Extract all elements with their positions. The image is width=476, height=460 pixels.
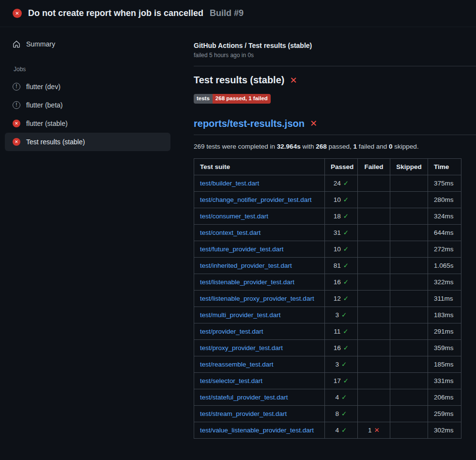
suite-link[interactable]: test/future_provider_test.dart bbox=[200, 245, 284, 253]
count-value: 17 bbox=[334, 377, 341, 384]
suite-link[interactable]: test/context_test.dart bbox=[200, 229, 261, 236]
suite-link[interactable]: test/provider_test.dart bbox=[200, 328, 263, 335]
suite-link[interactable]: test/reassemble_test.dart bbox=[200, 361, 274, 368]
failed-status-icon: ✕ bbox=[13, 120, 20, 127]
suite-link[interactable]: test/stream_provider_test.dart bbox=[200, 410, 287, 417]
check-icon: ✓ bbox=[343, 262, 349, 269]
suite-cell: test/selector_test.dart bbox=[194, 372, 325, 389]
main-content: GitHub Actions / Test results (stable) f… bbox=[181, 27, 476, 439]
build-failed-status-icon: ✕ bbox=[13, 9, 22, 18]
sidebar-item-label: Test results (stable) bbox=[26, 138, 85, 146]
suite-link[interactable]: test/inherited_provider_test.dart bbox=[200, 262, 292, 269]
column-header-time: Time bbox=[428, 158, 461, 175]
count-value: 3 bbox=[336, 361, 339, 368]
check-icon: ✓ bbox=[343, 344, 349, 352]
check-icon: ✓ bbox=[343, 245, 349, 253]
build-number: Build #9 bbox=[210, 8, 244, 18]
sidebar-item-flutter-stable[interactable]: ✕ flutter (stable) bbox=[5, 114, 170, 133]
section-title-text: Test results (stable) bbox=[194, 75, 284, 86]
time-cell: 375ms bbox=[428, 175, 461, 191]
suite-link[interactable]: test/value_listenable_provider_test.dart bbox=[200, 427, 314, 434]
exclamation-glyph: ! bbox=[15, 84, 17, 89]
suite-link[interactable]: test/consumer_test.dart bbox=[200, 213, 268, 220]
x-glyph: ✕ bbox=[15, 122, 18, 126]
table-header-row: Test suite Passed Failed Skipped Time bbox=[194, 158, 461, 175]
skipped-cell bbox=[390, 290, 428, 307]
count-value: 11 bbox=[334, 328, 340, 335]
count-value: 4 bbox=[336, 394, 339, 401]
sidebar-item-flutter-dev[interactable]: ! flutter (dev) bbox=[5, 77, 170, 96]
table-row: test/proxy_provider_test.dart 16✓ 359ms bbox=[194, 339, 461, 356]
sidebar-item-summary[interactable]: Summary bbox=[5, 35, 170, 53]
suite-link[interactable]: test/stateful_provider_test.dart bbox=[200, 394, 288, 401]
column-header-failed: Failed bbox=[358, 158, 390, 175]
results-table-body: test/builder_test.dart 24✓ 375ms test/ch… bbox=[194, 175, 461, 438]
skipped-cell bbox=[390, 274, 428, 290]
failed-status-icon: ✕ bbox=[13, 138, 20, 146]
failed-cell bbox=[358, 323, 390, 339]
neutral-status-icon: ! bbox=[13, 101, 20, 109]
table-row: test/consumer_test.dart 18✓ 324ms bbox=[194, 208, 461, 224]
suite-link[interactable]: test/change_notifier_provider_test.dart bbox=[200, 196, 311, 203]
suite-cell: test/listenable_provider_test.dart bbox=[194, 274, 325, 290]
suite-link[interactable]: test/proxy_provider_test.dart bbox=[200, 344, 283, 352]
time-cell: 331ms bbox=[428, 372, 461, 389]
failed-x-icon: ✕ bbox=[310, 119, 317, 128]
time-cell: 302ms bbox=[428, 422, 461, 438]
check-icon: ✓ bbox=[343, 213, 349, 220]
suite-cell: test/value_listenable_provider_test.dart bbox=[194, 422, 325, 438]
table-row: test/multi_provider_test.dart 3✓ 183ms bbox=[194, 307, 461, 323]
suite-link[interactable]: test/selector_test.dart bbox=[200, 377, 262, 384]
passed-cell: 3✓ bbox=[325, 356, 358, 372]
count-value: 16 bbox=[334, 278, 341, 286]
suite-link[interactable]: test/multi_provider_test.dart bbox=[200, 311, 281, 319]
column-header-passed: Passed bbox=[325, 158, 358, 175]
table-row: test/change_notifier_provider_test.dart … bbox=[194, 191, 461, 208]
suite-link[interactable]: test/listenable_proxy_provider_test.dart bbox=[200, 295, 314, 302]
neutral-status-icon: ! bbox=[13, 83, 20, 91]
failed-cell bbox=[358, 208, 390, 224]
count-value: 4 bbox=[336, 427, 339, 434]
skipped-cell bbox=[390, 191, 428, 208]
time-cell: 272ms bbox=[428, 241, 461, 257]
count-value: 31 bbox=[334, 229, 341, 236]
time-cell: 291ms bbox=[428, 323, 461, 339]
suite-cell: test/context_test.dart bbox=[194, 224, 325, 241]
passed-cell: 4✓ bbox=[325, 422, 358, 438]
check-icon: ✓ bbox=[343, 328, 348, 335]
count-value: 10 bbox=[334, 196, 341, 203]
table-row: test/value_listenable_provider_test.dart… bbox=[194, 422, 461, 438]
failed-cell bbox=[358, 290, 390, 307]
build-header: ✕ Do not create report when job is cance… bbox=[0, 0, 476, 27]
skipped-cell bbox=[390, 405, 428, 422]
skipped-cell bbox=[390, 372, 428, 389]
check-icon: ✓ bbox=[341, 361, 347, 368]
page: ✕ Do not create report when job is cance… bbox=[0, 0, 476, 460]
table-row: test/reassemble_test.dart 3✓ 185ms bbox=[194, 356, 461, 372]
skipped-cell bbox=[390, 339, 428, 356]
count-value: 8 bbox=[336, 410, 339, 417]
x-glyph: ✕ bbox=[15, 140, 18, 144]
skipped-cell bbox=[390, 257, 428, 274]
suite-link[interactable]: test/builder_test.dart bbox=[200, 180, 259, 187]
sidebar: Summary Jobs ! flutter (dev) ! flutter (… bbox=[0, 27, 181, 151]
sidebar-item-test-results-stable[interactable]: ✕ Test results (stable) bbox=[5, 133, 170, 151]
time-cell: 311ms bbox=[428, 290, 461, 307]
suite-link[interactable]: test/listenable_provider_test.dart bbox=[200, 278, 294, 286]
table-row: test/stream_provider_test.dart 8✓ 259ms bbox=[194, 405, 461, 422]
time-cell: 1.065s bbox=[428, 257, 461, 274]
skipped-cell bbox=[390, 389, 428, 405]
failed-cell bbox=[358, 224, 390, 241]
sidebar-item-flutter-beta[interactable]: ! flutter (beta) bbox=[5, 96, 170, 114]
table-row: test/provider_test.dart 11✓ 291ms bbox=[194, 323, 461, 339]
table-row: test/listenable_provider_test.dart 16✓ 3… bbox=[194, 274, 461, 290]
passed-cell: 18✓ bbox=[325, 208, 358, 224]
build-title: Do not create report when job is cancell… bbox=[28, 8, 203, 18]
count-value: 81 bbox=[334, 262, 341, 269]
report-file-link[interactable]: reports/test-results.json bbox=[194, 118, 305, 129]
failed-cell bbox=[358, 405, 390, 422]
count-value: 10 bbox=[334, 245, 341, 253]
test-summary: 269 tests were completed in 32.964s with… bbox=[194, 143, 476, 150]
divider bbox=[194, 66, 476, 66]
column-header-test-suite: Test suite bbox=[194, 158, 325, 175]
